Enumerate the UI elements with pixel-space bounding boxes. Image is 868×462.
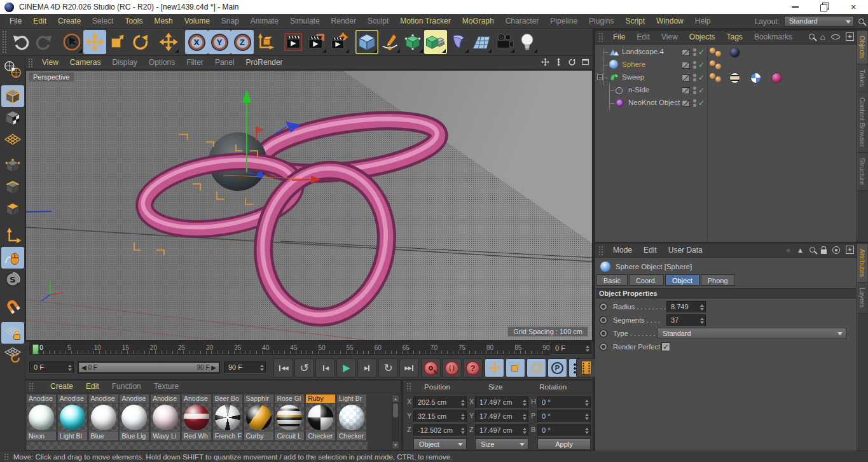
material-preview-light-bl-1[interactable] <box>58 403 87 431</box>
make-editable-button[interactable] <box>1 59 24 80</box>
home-icon[interactable]: ⌂ <box>820 33 825 41</box>
property-bullet-icon[interactable] <box>600 304 607 310</box>
back-icon[interactable]: ◄ <box>784 246 791 254</box>
segments-field[interactable]: 37 <box>666 314 706 326</box>
menu-sculpt[interactable]: Sculpt <box>362 14 394 29</box>
object-row-sphere[interactable]: Sphere✓ <box>595 59 857 71</box>
visibility-dot-icon[interactable] <box>693 66 696 69</box>
phong-tag-icon[interactable] <box>710 60 715 66</box>
texture-tag-icon[interactable] <box>751 73 761 83</box>
scroll-up-icon[interactable]: ▲ <box>392 395 399 402</box>
mode-workplane-button[interactable] <box>1 129 24 150</box>
scroll-down-icon[interactable]: ▼ <box>392 442 399 449</box>
side-tab-takes[interactable]: Takes <box>857 64 867 92</box>
visibility-dot-icon[interactable] <box>693 91 696 94</box>
side-tab-layers[interactable]: Layers <box>857 283 867 314</box>
size-mode-dropdown[interactable]: Size <box>475 438 528 450</box>
prev-key-button[interactable]: ↺ <box>294 358 314 377</box>
rotation-p-field[interactable]: 0 ° <box>537 410 591 423</box>
texture-tag-icon[interactable] <box>730 73 740 83</box>
material-scrollbar[interactable]: ▲ ▼ <box>392 395 399 449</box>
property-bullet-icon[interactable] <box>600 330 607 337</box>
material-menu-create[interactable]: Create <box>44 379 79 394</box>
material-name-neon-0[interactable]: Neon <box>27 431 56 440</box>
axis-x-lock-button[interactable]: X <box>185 30 208 54</box>
side-tab-attributes[interactable]: Attributes <box>857 244 867 283</box>
toolbar-drag-handle[interactable] <box>2 31 8 53</box>
end-frame-stepper[interactable] <box>260 365 264 371</box>
material-menu-edit[interactable]: Edit <box>79 379 106 394</box>
side-tab-content-browser[interactable]: Content Browser <box>857 92 867 153</box>
menu-animate[interactable]: Animate <box>245 14 284 29</box>
render-settings-button[interactable] <box>327 30 350 54</box>
viewport-menu-panel[interactable]: Panel <box>209 55 240 70</box>
material-name-curby-7[interactable]: Curby <box>244 431 273 440</box>
move-button[interactable] <box>83 30 106 54</box>
type-dropdown[interactable]: Standard <box>657 328 846 339</box>
phong-tag-icon[interactable] <box>715 64 721 69</box>
render-perfect-checkbox[interactable]: ✓ <box>661 342 670 351</box>
menu-select[interactable]: Select <box>86 14 119 29</box>
stepper[interactable] <box>585 414 589 420</box>
viewport-menu-filter[interactable]: Filter <box>181 55 209 70</box>
size-y-field[interactable]: 17.497 cm <box>475 410 528 423</box>
material-menu-texture[interactable]: Texture <box>148 379 185 394</box>
material-name-blue-2[interactable]: Blue <box>89 431 118 440</box>
om-menu-file[interactable]: File <box>607 30 631 45</box>
texture-tag-icon[interactable] <box>730 48 740 57</box>
viewport-rotate-button[interactable] <box>567 57 577 67</box>
phong-tag-icon[interactable] <box>715 51 721 57</box>
menu-render[interactable]: Render <box>326 14 362 29</box>
mode-polygons-button[interactable] <box>1 199 24 220</box>
light-button[interactable] <box>516 30 539 54</box>
visibility-dot-icon[interactable] <box>693 87 696 90</box>
om-menu-bookmarks[interactable]: Bookmarks <box>748 30 798 45</box>
add-icon[interactable]: + <box>846 246 854 254</box>
material-label-beer-bo-6[interactable]: Beer Bo <box>213 395 242 403</box>
material-preview-blue-lig-3[interactable] <box>120 403 149 431</box>
stepper[interactable] <box>523 400 527 406</box>
stepper[interactable] <box>585 400 589 406</box>
material-label-anodise-5[interactable]: Anodise <box>182 395 211 403</box>
material-menu-function[interactable]: Function <box>106 379 148 394</box>
visibility-dot-icon[interactable] <box>693 53 696 56</box>
menu-create[interactable]: Create <box>52 14 86 29</box>
layer-box-icon[interactable] <box>682 100 690 107</box>
enabled-check-icon[interactable]: ✓ <box>698 60 705 69</box>
end-frame-field[interactable]: 90 F <box>224 361 266 374</box>
stepper[interactable] <box>700 304 704 311</box>
viewport-menu-options[interactable]: Options <box>143 55 181 70</box>
am-menu-mode[interactable]: Mode <box>607 243 638 258</box>
material-name-checker-10[interactable]: Checker <box>337 431 366 440</box>
primitive-cube-button[interactable] <box>355 30 378 54</box>
stepper[interactable] <box>461 414 465 420</box>
lock-icon[interactable] <box>821 249 827 254</box>
material-name-checker-9[interactable]: Checker <box>306 431 335 440</box>
redo-button[interactable] <box>32 30 55 54</box>
viewport-toggle-button[interactable] <box>581 57 590 67</box>
attribute-drag-handle[interactable] <box>598 246 604 255</box>
menu-motion-tracker[interactable]: Motion Tracker <box>394 14 456 29</box>
om-menu-objects[interactable]: Objects <box>684 30 721 45</box>
material-preview-checker-9[interactable] <box>306 403 335 431</box>
spline-pen-button[interactable] <box>378 30 401 54</box>
search-icon[interactable] <box>858 18 864 24</box>
search-icon[interactable] <box>809 247 815 253</box>
om-menu-edit[interactable]: Edit <box>631 30 656 45</box>
timeline-ruler[interactable]: 051015202530354045505560657075808590 <box>29 342 549 355</box>
menu-simulate[interactable]: Simulate <box>284 14 326 29</box>
material-name-wavy-li-4[interactable]: Wavy Li <box>151 431 180 440</box>
material-label-anodise-0[interactable]: Anodise <box>27 395 56 403</box>
camera-view-label[interactable]: Perspective <box>28 72 74 82</box>
stepper[interactable] <box>523 414 527 420</box>
enabled-check-icon[interactable]: ✓ <box>698 48 705 57</box>
tab-phong[interactable]: Phong <box>701 274 735 286</box>
viewport-3d-scene[interactable]: Perspective Grid Spacing : 100 cm <box>25 70 593 340</box>
property-bullet-icon[interactable] <box>600 317 607 323</box>
om-menu-view[interactable]: View <box>656 30 684 45</box>
am-menu-user-data[interactable]: User Data <box>663 243 708 258</box>
material-label-rose-gl-8[interactable]: Rose Gl <box>275 395 304 403</box>
menu-help[interactable]: Help <box>689 14 717 29</box>
workplane-lock-button[interactable] <box>1 322 24 344</box>
enabled-check-icon[interactable]: ✓ <box>698 86 705 95</box>
